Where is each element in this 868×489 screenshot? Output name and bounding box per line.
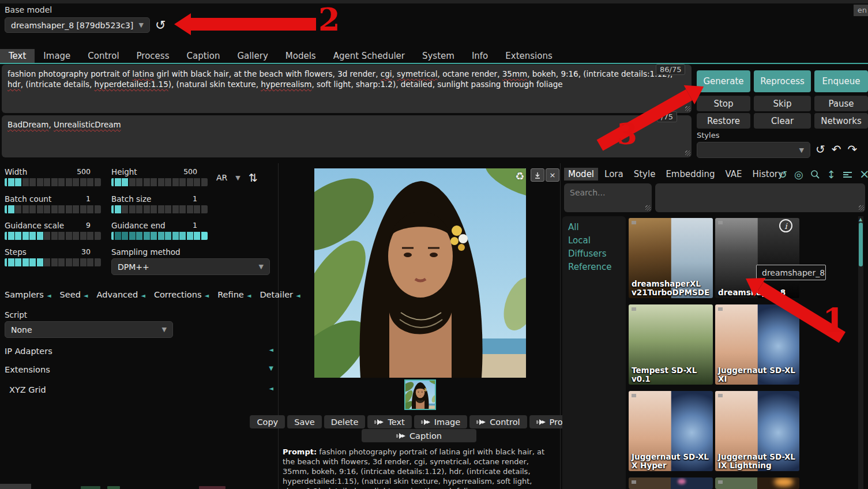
clear-button[interactable]: Clear bbox=[754, 113, 811, 129]
prompt-input[interactable]: fashion photography portrait of latina g… bbox=[2, 65, 692, 113]
delete-button[interactable]: Delete bbox=[324, 415, 366, 428]
send-to-caption-button[interactable]: Caption bbox=[362, 429, 476, 442]
guidance-end-slider[interactable] bbox=[111, 232, 208, 240]
collapsed-icon: ◄ bbox=[269, 347, 273, 356]
tab-underline bbox=[0, 63, 868, 64]
scroll-up-icon[interactable]: ▲ bbox=[859, 217, 862, 222]
view-list-icon[interactable] bbox=[843, 171, 852, 178]
sort-icon[interactable]: ↕ bbox=[827, 168, 836, 180]
section-xyz-grid[interactable]: XYZ Grid◄ bbox=[9, 385, 273, 394]
category-all[interactable]: All bbox=[568, 221, 626, 234]
close-image-button[interactable]: × bbox=[546, 168, 559, 182]
networks-tab-lora[interactable]: Lora bbox=[600, 168, 627, 180]
scrollbar-thumb[interactable] bbox=[859, 223, 863, 266]
category-reference[interactable]: Reference bbox=[568, 261, 626, 274]
skip-button[interactable]: Skip bbox=[754, 96, 811, 111]
base-model-select[interactable]: dreamshaper_8 [879db523c3] ▼ bbox=[5, 17, 150, 33]
tab-info[interactable]: Info bbox=[463, 49, 497, 63]
transfer-arrow-icon bbox=[476, 419, 486, 425]
resize-handle-icon[interactable] bbox=[645, 205, 651, 210]
networks-button[interactable]: Networks bbox=[814, 113, 868, 129]
generated-image[interactable] bbox=[314, 168, 526, 378]
send-to-text-button[interactable]: Text bbox=[367, 415, 411, 428]
height-slider[interactable] bbox=[111, 178, 208, 186]
restore-button[interactable]: Restore bbox=[697, 113, 750, 129]
model-card-label: Juggernaut SD-XL XI bbox=[715, 365, 799, 385]
caption-label: Prompt: bbox=[283, 447, 317, 456]
gallery-thumbnail[interactable] bbox=[404, 379, 436, 410]
collapsed-icon: ◄ bbox=[84, 292, 88, 299]
tab-control[interactable]: Control bbox=[79, 49, 127, 63]
download-image-button[interactable] bbox=[531, 168, 544, 182]
model-card[interactable]: dreamshaperXL v21TurboDPMSDE bbox=[629, 218, 713, 298]
batch-size-slider[interactable] bbox=[111, 205, 208, 213]
networks-search-input[interactable]: Search... bbox=[564, 183, 652, 212]
cropped-ui-fragment bbox=[0, 484, 31, 489]
recycle-icon[interactable]: ♻ bbox=[515, 170, 524, 182]
model-card-label: dreamshaperXL v21TurboDPMSDE bbox=[629, 279, 713, 298]
send-to-control-button[interactable]: Control bbox=[469, 415, 527, 428]
category-diffusers[interactable]: Diffusers bbox=[568, 247, 626, 261]
tab-extensions[interactable]: Extensions bbox=[497, 49, 561, 63]
tab-system[interactable]: System bbox=[414, 49, 463, 63]
guidance-scale-slider[interactable] bbox=[5, 232, 101, 240]
steps-slider[interactable] bbox=[5, 258, 101, 266]
model-card-partial[interactable] bbox=[629, 477, 713, 489]
accordion-detailer[interactable]: Detailer◄ bbox=[260, 290, 300, 299]
caption-text: fashion photography portrait of latina g… bbox=[283, 447, 544, 489]
send-to-image-button[interactable]: Image bbox=[414, 415, 467, 428]
refresh-model-icon[interactable]: ↺ bbox=[155, 19, 166, 32]
accordion-refine[interactable]: Refine◄ bbox=[217, 290, 251, 299]
script-select[interactable]: None ▼ bbox=[5, 321, 173, 338]
section-extensions[interactable]: Extensions▼ bbox=[5, 365, 273, 374]
model-card-partial[interactable] bbox=[715, 477, 799, 489]
model-card[interactable]: Juggernaut SD-XL X Hyper bbox=[629, 391, 713, 471]
aspect-ratio-control[interactable]: AR ▼ ⇅ bbox=[216, 171, 258, 184]
refresh-styles-icon[interactable]: ↺ bbox=[816, 142, 825, 156]
swap-dimensions-icon[interactable]: ⇅ bbox=[249, 171, 258, 184]
networks-tab-embedding[interactable]: Embedding bbox=[662, 168, 719, 180]
model-info-icon[interactable]: i bbox=[779, 219, 792, 232]
close-panel-icon[interactable]: × bbox=[859, 167, 868, 181]
batch-count-slider[interactable] bbox=[5, 205, 101, 213]
refresh-networks-icon[interactable]: ↺ bbox=[779, 168, 787, 180]
reprocess-button[interactable]: Reprocess bbox=[754, 70, 811, 92]
enqueue-button[interactable]: Enqueue bbox=[814, 70, 868, 92]
category-local[interactable]: Local bbox=[568, 234, 626, 247]
model-card[interactable]: Juggernaut SD-XL IX Lightning bbox=[715, 391, 799, 471]
tab-process[interactable]: Process bbox=[128, 49, 178, 63]
tab-gallery[interactable]: Gallery bbox=[228, 49, 276, 63]
networks-tab-style[interactable]: Style bbox=[630, 168, 660, 180]
section-ip-adapters[interactable]: IP Adapters◄ bbox=[5, 347, 273, 356]
collapsed-icon: ◄ bbox=[47, 292, 51, 299]
copy-button[interactable]: Copy bbox=[250, 415, 285, 428]
networks-description-input[interactable] bbox=[655, 183, 865, 212]
resize-handle-icon[interactable] bbox=[685, 151, 690, 156]
scan-icon[interactable]: ◎ bbox=[794, 168, 803, 180]
negative-prompt-input[interactable]: BadDream, UnrealisticDream bbox=[2, 115, 692, 157]
width-slider[interactable] bbox=[5, 178, 101, 186]
tab-models[interactable]: Models bbox=[277, 49, 325, 63]
styles-select[interactable]: ▼ bbox=[697, 142, 810, 158]
undo-icon[interactable]: ↶ bbox=[832, 142, 841, 156]
model-card[interactable]: Tempest SD-XL v0.1 bbox=[629, 304, 713, 385]
collapsed-icon: ◄ bbox=[296, 292, 300, 299]
sampling-method-select[interactable]: DPM++ ▼ bbox=[111, 258, 270, 275]
accordion-corrections[interactable]: Corrections◄ bbox=[154, 290, 209, 299]
tab-agent-scheduler[interactable]: Agent Scheduler bbox=[325, 49, 414, 63]
tab-text[interactable]: Text bbox=[0, 49, 35, 63]
search-icon[interactable] bbox=[810, 170, 820, 179]
redo-icon[interactable]: ↷ bbox=[848, 142, 858, 156]
tab-caption[interactable]: Caption bbox=[178, 49, 228, 63]
tab-image[interactable]: Image bbox=[35, 49, 79, 63]
accordion-samplers[interactable]: Samplers◄ bbox=[5, 290, 51, 299]
resize-handle-icon[interactable] bbox=[859, 205, 864, 210]
pause-button[interactable]: Pause bbox=[814, 96, 868, 111]
accordion-seed[interactable]: Seed◄ bbox=[60, 290, 88, 299]
accordion-advanced[interactable]: Advanced◄ bbox=[97, 290, 145, 299]
networks-toolbar: ↺ ◎ ↕ × bbox=[779, 167, 868, 181]
networks-tab-vae[interactable]: VAE bbox=[721, 168, 746, 180]
card-type-icon bbox=[718, 221, 723, 224]
save-button[interactable]: Save bbox=[287, 415, 322, 428]
networks-tab-model[interactable]: Model bbox=[564, 168, 598, 180]
